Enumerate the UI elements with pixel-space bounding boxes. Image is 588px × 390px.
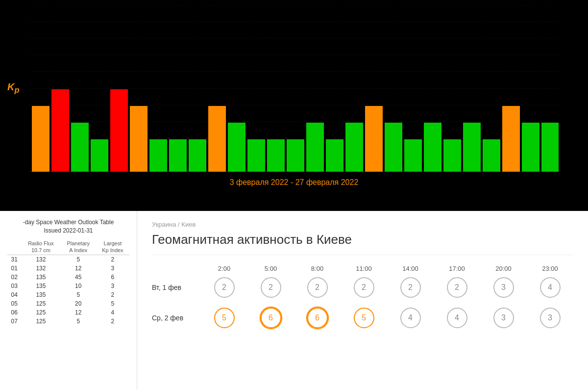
svg-rect-27 xyxy=(32,106,49,172)
kp-circle-indicator: 3 xyxy=(540,308,561,328)
svg-rect-43 xyxy=(345,123,363,172)
col-flux: Radio Flux10.7 cm xyxy=(21,239,60,255)
kp-circle-indicator: 6 xyxy=(307,308,328,328)
svg-rect-39 xyxy=(267,139,285,172)
svg-rect-51 xyxy=(502,106,520,172)
time-header-row: 2:005:008:0011:0014:0017:0020:0023:00 xyxy=(152,265,573,272)
table-title-text: -day Space Weather Outlook Table xyxy=(23,219,114,226)
weather-data-table: Radio Flux10.7 cm PlanetaryA Index Large… xyxy=(7,239,129,326)
svg-rect-33 xyxy=(149,139,167,172)
kp-circle-indicator: 5 xyxy=(354,308,374,328)
table-title: -day Space Weather Outlook Table Issued … xyxy=(7,218,129,235)
kp-value-cell: 2 xyxy=(341,277,387,298)
kp-circle-indicator: 4 xyxy=(540,277,561,298)
table-subtitle: Issued 2022-01-31 xyxy=(44,227,93,234)
table-row: 0413552 xyxy=(7,290,129,299)
svg-rect-31 xyxy=(110,89,128,172)
svg-rect-52 xyxy=(522,123,539,172)
kp-circle-indicator: 5 xyxy=(214,308,235,328)
chart-area: Kp 10 9 8 7 6 5 4 3 2 1 0 xyxy=(29,5,559,172)
svg-rect-28 xyxy=(51,89,69,172)
svg-rect-44 xyxy=(365,106,383,172)
time-header-cell: 14:00 xyxy=(387,265,434,272)
chart-date-range: 3 февраля 2022 - 27 февраля 2022 xyxy=(29,176,559,187)
kp-value-cell: 4 xyxy=(434,308,480,328)
svg-rect-49 xyxy=(463,123,481,172)
kp-circle-indicator: 2 xyxy=(307,277,328,298)
svg-rect-42 xyxy=(326,139,343,172)
svg-rect-34 xyxy=(169,139,187,172)
data-rows-container: Вт, 1 фев22222234Ср, 2 фев56654433 xyxy=(152,277,573,328)
kp-value-cell: 5 xyxy=(341,308,387,328)
col-planetary: PlanetaryA Index xyxy=(61,239,96,255)
kp-value-cell: 5 xyxy=(201,308,247,328)
kp-value-cell: 2 xyxy=(247,277,294,298)
svg-rect-48 xyxy=(443,139,461,172)
kp-data-row: Вт, 1 фев22222234 xyxy=(152,277,573,298)
col-kp: LargestKp Index xyxy=(96,239,129,255)
page-title: Геомагнитная активность в Киеве xyxy=(152,232,573,255)
svg-rect-46 xyxy=(404,139,422,172)
chart-svg: 10 9 8 7 6 5 4 3 2 1 0 G5 G4 G3 G2 G1 xyxy=(29,5,559,172)
time-header-cell: 2:00 xyxy=(201,265,247,272)
kp-circle-indicator: 6 xyxy=(261,308,281,328)
kp-value-cell: 3 xyxy=(527,308,573,328)
kp-circle-indicator: 3 xyxy=(493,308,514,328)
kp-value-cell: 4 xyxy=(527,277,573,298)
table-row: 01132123 xyxy=(7,264,129,273)
svg-rect-32 xyxy=(130,106,147,172)
table-row: 02135456 xyxy=(7,273,129,282)
kp-value-cell: 3 xyxy=(480,277,527,298)
kp-circle-indicator: 2 xyxy=(261,277,281,298)
svg-rect-38 xyxy=(247,139,265,172)
bottom-section: -day Space Weather Outlook Table Issued … xyxy=(0,211,588,390)
svg-rect-36 xyxy=(208,106,226,172)
kp-circle-indicator: 2 xyxy=(354,277,374,298)
kp-value-cell: 6 xyxy=(247,308,294,328)
svg-rect-35 xyxy=(189,139,206,172)
svg-rect-47 xyxy=(424,123,441,172)
kp-value-cell: 2 xyxy=(387,277,434,298)
table-row: 05125205 xyxy=(7,299,129,308)
kp-axis-label: Kp xyxy=(7,81,20,95)
table-row: 3113252 xyxy=(7,255,129,264)
row-date-label: Ср, 2 фев xyxy=(152,314,201,322)
table-row: 0712552 xyxy=(7,317,129,326)
kp-circle-indicator: 4 xyxy=(400,308,421,328)
kp-circle-indicator: 4 xyxy=(447,308,467,328)
kp-value-cell: 2 xyxy=(201,277,247,298)
kp-circle-indicator: 3 xyxy=(493,277,514,298)
col-day xyxy=(7,239,21,255)
svg-rect-41 xyxy=(306,123,324,172)
time-header-cell: 5:00 xyxy=(247,265,294,272)
kp-value-cell: 3 xyxy=(480,308,527,328)
time-header-cell: 23:00 xyxy=(527,265,573,272)
svg-rect-37 xyxy=(228,123,245,172)
kp-value-cell: 4 xyxy=(387,308,434,328)
kp-circle-indicator: 2 xyxy=(214,277,235,298)
svg-rect-40 xyxy=(287,139,304,172)
time-header-cell: 11:00 xyxy=(341,265,387,272)
chart-section: Kp 10 9 8 7 6 5 4 3 2 1 0 xyxy=(0,0,588,211)
svg-rect-29 xyxy=(71,123,89,172)
kp-value-cell: 2 xyxy=(294,277,341,298)
kp-value-cell: 6 xyxy=(294,308,341,328)
svg-rect-53 xyxy=(541,123,559,172)
svg-rect-50 xyxy=(483,139,500,172)
time-header-cell: 8:00 xyxy=(294,265,341,272)
breadcrumb: Украина / Киев xyxy=(152,221,573,228)
svg-rect-45 xyxy=(385,123,402,172)
time-header-cell: 17:00 xyxy=(434,265,480,272)
kp-data-row: Ср, 2 фев56654433 xyxy=(152,308,573,328)
table-row: 06125124 xyxy=(7,308,129,317)
time-header-cell: 20:00 xyxy=(480,265,527,272)
kp-circle-indicator: 2 xyxy=(447,277,467,298)
svg-rect-30 xyxy=(91,139,108,172)
kp-value-cell: 2 xyxy=(434,277,480,298)
right-panel: Украина / Киев Геомагнитная активность в… xyxy=(137,211,588,390)
kp-circle-indicator: 2 xyxy=(400,277,421,298)
space-weather-table: -day Space Weather Outlook Table Issued … xyxy=(0,211,137,390)
table-row: 03135103 xyxy=(7,282,129,290)
row-date-label: Вт, 1 фев xyxy=(152,284,201,291)
